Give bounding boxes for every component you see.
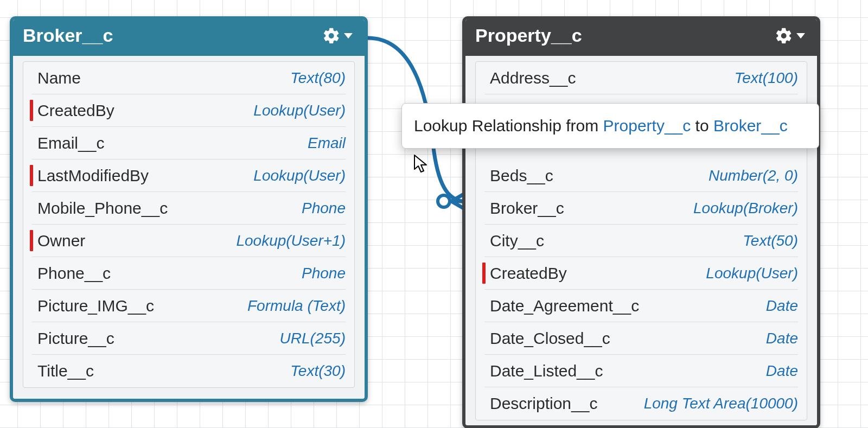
field-type: Text(30) bbox=[290, 362, 346, 380]
field-type: Text(100) bbox=[735, 69, 798, 87]
field-name: CreatedBy bbox=[32, 101, 114, 120]
field-row[interactable]: Owner Lookup(User+1) bbox=[32, 225, 346, 257]
gear-icon bbox=[322, 27, 341, 45]
entity-title: Broker__c bbox=[23, 25, 113, 46]
tooltip-text-mid: to bbox=[691, 117, 713, 135]
required-marker bbox=[30, 230, 33, 251]
field-type: Lookup(User) bbox=[253, 167, 346, 184]
field-row[interactable]: Broker__c Lookup(Broker) bbox=[484, 192, 798, 225]
field-name: CreatedBy bbox=[484, 264, 567, 283]
field-name: Email__c bbox=[32, 134, 104, 152]
entity-card-property[interactable]: Property__c Address__c Text(100) Assesse… bbox=[462, 16, 820, 428]
field-name: Broker__c bbox=[484, 199, 564, 218]
field-row[interactable]: Name Text(80) bbox=[32, 62, 346, 94]
entity-title: Property__c bbox=[475, 25, 582, 46]
field-name: Picture_IMG__c bbox=[32, 297, 154, 315]
entity-body: Name Text(80) CreatedBy Lookup(User) Ema… bbox=[13, 56, 365, 399]
required-marker bbox=[30, 100, 33, 121]
field-type: Email bbox=[308, 135, 346, 152]
entity-header[interactable]: Broker__c bbox=[13, 20, 365, 56]
field-row[interactable]: Title__c Text(30) bbox=[32, 355, 346, 387]
field-name: Address__c bbox=[484, 69, 576, 87]
field-row[interactable]: Beds__c Number(2, 0) bbox=[484, 159, 798, 192]
field-name: Picture__c bbox=[32, 329, 114, 348]
svg-point-0 bbox=[438, 195, 450, 207]
field-type: Long Text Area(10000) bbox=[644, 395, 798, 412]
tooltip-to-link[interactable]: Broker__c bbox=[713, 117, 788, 135]
field-name: Mobile_Phone__c bbox=[32, 199, 168, 218]
field-row[interactable]: Picture_IMG__c Formula (Text) bbox=[32, 290, 346, 322]
field-type: Formula (Text) bbox=[247, 297, 346, 315]
field-row[interactable]: Email__c Email bbox=[32, 127, 346, 159]
field-row[interactable]: Date_Listed__c Date bbox=[484, 355, 798, 387]
field-name: Date_Closed__c bbox=[484, 329, 610, 348]
gear-icon bbox=[775, 27, 793, 45]
field-row[interactable]: Mobile_Phone__c Phone bbox=[32, 192, 346, 225]
field-type: Phone bbox=[302, 265, 346, 282]
field-row[interactable]: Description__c Long Text Area(10000) bbox=[484, 387, 798, 420]
required-marker bbox=[30, 165, 33, 186]
field-type: Text(50) bbox=[743, 232, 798, 250]
field-name: Beds__c bbox=[484, 167, 553, 185]
field-type: Text(80) bbox=[290, 69, 346, 87]
field-name: LastModifiedBy bbox=[32, 167, 149, 185]
entity-settings-menu[interactable] bbox=[775, 27, 805, 45]
field-type: URL(255) bbox=[280, 330, 346, 347]
field-row[interactable]: Address__c Text(100) bbox=[484, 62, 798, 94]
tooltip-text-prefix: Lookup Relationship from bbox=[414, 117, 603, 135]
relationship-tooltip: Lookup Relationship from Property__c to … bbox=[401, 103, 819, 149]
chevron-down-icon bbox=[796, 33, 805, 39]
entity-settings-menu[interactable] bbox=[322, 27, 353, 45]
cursor-icon bbox=[413, 154, 429, 174]
field-list: Name Text(80) CreatedBy Lookup(User) Ema… bbox=[23, 61, 355, 388]
field-row[interactable]: LastModifiedBy Lookup(User) bbox=[32, 159, 346, 192]
entity-card-broker[interactable]: Broker__c Name Text(80) CreatedBy Lookup… bbox=[10, 16, 368, 402]
chevron-down-icon bbox=[344, 33, 353, 39]
field-name: Description__c bbox=[484, 394, 597, 413]
field-row[interactable]: Date_Agreement__c Date bbox=[484, 290, 798, 322]
field-type: Date bbox=[766, 362, 798, 380]
field-type: Lookup(User+1) bbox=[236, 232, 346, 250]
field-type: Date bbox=[766, 330, 798, 347]
field-type: Date bbox=[766, 297, 798, 315]
tooltip-from-link[interactable]: Property__c bbox=[603, 117, 691, 135]
required-marker bbox=[482, 263, 486, 284]
field-row[interactable]: Phone__c Phone bbox=[32, 257, 346, 290]
field-row[interactable]: CreatedBy Lookup(User) bbox=[32, 94, 346, 127]
field-name: Name bbox=[32, 69, 81, 87]
field-type: Phone bbox=[302, 200, 346, 217]
field-name: Owner bbox=[32, 232, 85, 250]
field-type: Lookup(User) bbox=[706, 265, 798, 282]
field-row[interactable]: CreatedBy Lookup(User) bbox=[484, 257, 798, 290]
field-name: City__c bbox=[484, 232, 544, 250]
field-type: Lookup(User) bbox=[253, 102, 346, 119]
field-type: Number(2, 0) bbox=[709, 167, 798, 184]
field-name: Date_Listed__c bbox=[484, 362, 603, 380]
field-row[interactable]: City__c Text(50) bbox=[484, 225, 798, 257]
entity-header[interactable]: Property__c bbox=[465, 20, 817, 56]
field-type: Lookup(Broker) bbox=[693, 200, 798, 217]
field-name: Date_Agreement__c bbox=[484, 297, 639, 315]
field-name: Title__c bbox=[32, 362, 94, 380]
field-name: Phone__c bbox=[32, 264, 111, 283]
schema-canvas[interactable]: Broker__c Name Text(80) CreatedBy Lookup… bbox=[0, 0, 868, 428]
field-row[interactable]: Picture__c URL(255) bbox=[32, 322, 346, 355]
field-row[interactable]: Date_Closed__c Date bbox=[484, 322, 798, 355]
